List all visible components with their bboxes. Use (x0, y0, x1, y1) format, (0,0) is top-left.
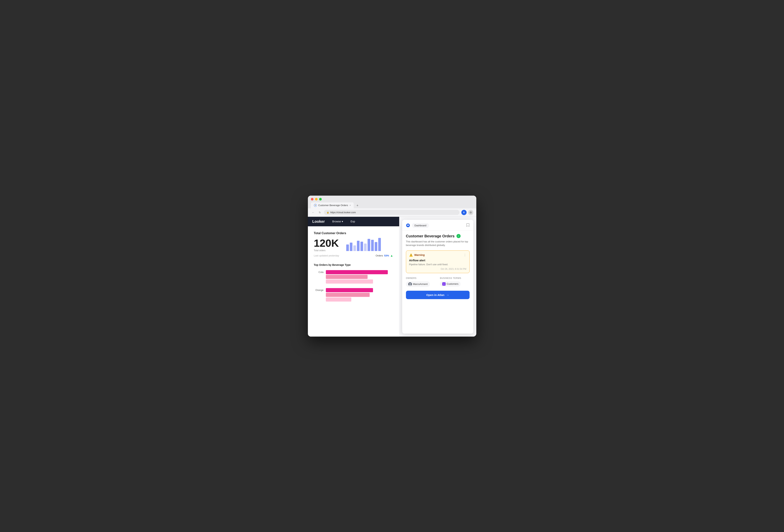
browser-chrome: Customer Beverage Orders × + (308, 196, 476, 208)
chevron-down-icon: ▾ (342, 220, 343, 223)
business-terms-heading: Business Terms (440, 277, 470, 279)
bar-label: Orange (314, 289, 324, 291)
open-atlan-label: Open in Atlan (426, 293, 445, 297)
warning-menu-button[interactable]: ⋮ (464, 253, 467, 257)
ext-icon (469, 211, 472, 214)
kpi-trend-pct: 53% (384, 254, 389, 257)
owners-col: Owners MarcoArment (406, 277, 436, 287)
warning-header: ⚠️ Warning ⋮ (409, 253, 467, 257)
traffic-light-green[interactable] (319, 198, 322, 200)
bar-row (314, 293, 393, 297)
bar-fill (326, 293, 370, 297)
mini-bar-item (371, 240, 374, 251)
kpi-value: 120K (314, 238, 339, 248)
orders-trend-label: Orders (375, 254, 383, 257)
main-content: Looker Browse ▾ Exp Total Customer Order… (308, 217, 476, 337)
owner-avatar (408, 282, 412, 286)
bar-fill (326, 288, 373, 292)
bar-label: Cola (314, 271, 324, 274)
kpi-number-group: 120K Total orders (314, 238, 339, 252)
warning-label: Warning (414, 253, 425, 256)
bar-group: Orange (314, 288, 393, 302)
mini-bar-item (357, 241, 360, 251)
atlan-panel: Dashboard Customer Beverage Orders ✓ Thi… (402, 220, 473, 334)
owner-name: MarcoArment (413, 283, 428, 285)
bar-fill (326, 279, 373, 284)
mini-bar-item (346, 245, 349, 251)
mini-bar-item (364, 244, 367, 251)
business-terms-col: Business Terms G Customers (440, 277, 470, 287)
open-atlan-arrow-icon: → (446, 293, 449, 297)
svg-point-1 (315, 205, 315, 205)
bar-fill (326, 298, 352, 302)
svg-point-2 (470, 211, 472, 214)
term-name: Customers (447, 282, 458, 285)
traffic-light-red[interactable] (311, 198, 313, 200)
svg-point-4 (408, 225, 409, 226)
metadata-row: Owners MarcoArment (406, 277, 470, 287)
bar-track (326, 279, 393, 284)
looker-content: Total Customer Orders 120K Total orders … (308, 226, 399, 337)
bar-fill (326, 270, 388, 274)
kpi-updated-text: Last updated yesterday (314, 254, 339, 257)
kpi-footer: Last updated yesterday Orders 53% ▲ (314, 254, 393, 257)
term-icon: G (442, 282, 446, 286)
looker-nav-explore[interactable]: Exp (351, 220, 355, 223)
looker-nav: Looker Browse ▾ Exp (308, 217, 399, 226)
atlan-header-left: Dashboard (406, 223, 429, 228)
term-symbol-icon: G (443, 283, 445, 285)
bar-row: Orange (314, 288, 393, 292)
nav-refresh-button[interactable]: ↻ (317, 211, 322, 214)
atlan-bookmark-icon[interactable] (466, 223, 470, 228)
trend-up-icon: ▲ (390, 254, 393, 257)
svg-text:G: G (443, 283, 444, 285)
kpi-trend: Orders 53% ▲ (375, 254, 393, 257)
chart-title: Top Orders by Beverage Type (314, 263, 393, 267)
verified-badge: ✓ (456, 234, 460, 238)
lock-icon: 🔒 (327, 211, 329, 214)
kpi-label: Total orders (314, 249, 339, 252)
atlan-description: This dashboard has all the customer orde… (406, 240, 470, 247)
warning-triangle-icon: ⚠️ (409, 253, 413, 257)
looker-nav-browse[interactable]: Browse ▾ (332, 220, 343, 223)
owner-avatar-icon (408, 282, 412, 286)
warning-title-row: ⚠️ Warning (409, 253, 425, 257)
looker-panel: Looker Browse ▾ Exp Total Customer Order… (308, 217, 399, 337)
bar-track (326, 288, 393, 292)
warning-card: ⚠️ Warning ⋮ Airflow alert Pipeline fail… (406, 250, 470, 273)
kpi-row: 120K Total orders (314, 238, 393, 252)
bar-row (314, 298, 393, 302)
address-bar-row: ← ↻ 🔒 https://cloud.looker.com A (308, 208, 476, 217)
nav-back-button[interactable]: ← (311, 211, 316, 214)
open-in-atlan-button[interactable]: Open in Atlan → (406, 291, 470, 299)
browser-ext-button[interactable] (468, 210, 473, 215)
warning-timestamp: Oct 26, 2023, 8:31:54 PM (409, 268, 467, 270)
traffic-light-yellow[interactable] (315, 198, 317, 200)
owner-chip[interactable]: MarcoArment (406, 281, 430, 287)
atlan-content: Customer Beverage Orders ✓ This dashboar… (402, 231, 473, 334)
browser-tab-active[interactable]: Customer Beverage Orders × (311, 202, 354, 208)
warning-alert-title: Airflow alert (409, 259, 467, 262)
mini-bar-item (378, 238, 381, 251)
address-bar[interactable]: 🔒 https://cloud.looker.com (324, 210, 459, 215)
tab-title: Customer Beverage Orders (318, 204, 348, 207)
traffic-lights (311, 198, 473, 200)
tab-close-button[interactable]: × (349, 204, 351, 207)
atlan-dashboard-badge[interactable]: Dashboard (412, 223, 429, 228)
mini-bar-item (368, 239, 370, 251)
new-tab-button[interactable]: + (355, 203, 360, 208)
looker-logo: Looker (312, 219, 325, 224)
bar-row (314, 279, 393, 284)
term-chip[interactable]: G Customers (440, 281, 461, 287)
atlan-logo-icon (406, 223, 410, 227)
bar-track (326, 298, 393, 302)
kpi-title: Total Customer Orders (314, 231, 393, 235)
browser-avatar[interactable]: A (461, 210, 467, 215)
owners-heading: Owners (406, 277, 436, 279)
warning-message: Pipeline failure. Don't use until fixed. (409, 263, 467, 266)
bar-group: Cola (314, 270, 393, 284)
mini-bar-item (375, 242, 377, 251)
tab-bar: Customer Beverage Orders × + (311, 202, 473, 208)
bar-fill (326, 275, 368, 279)
atlan-header: Dashboard (402, 220, 473, 231)
